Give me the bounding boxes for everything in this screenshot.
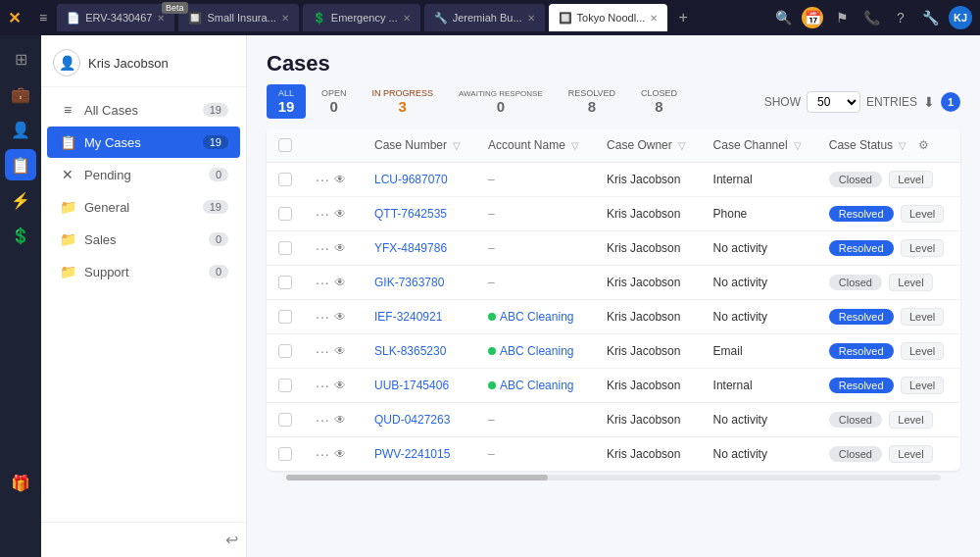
select-all-checkbox[interactable] <box>278 138 292 152</box>
th-case-channel[interactable]: Case Channel ▽ <box>702 128 817 163</box>
row-case-number[interactable]: IEF-3240921 <box>363 300 476 334</box>
row-case-number[interactable]: UUB-1745406 <box>363 369 476 403</box>
account-name-link[interactable]: ABC Cleaning <box>500 310 573 324</box>
level-button[interactable]: Level <box>901 377 944 394</box>
phone-icon[interactable]: 📞 <box>860 7 882 28</box>
row-case-number[interactable]: YFX-4849786 <box>363 231 476 266</box>
menu-icon[interactable]: ≡ <box>39 10 47 25</box>
row-checkbox-6[interactable] <box>278 379 292 392</box>
flag-icon[interactable]: ⚑ <box>831 7 853 28</box>
filter-tab-open[interactable]: OPEN 0 <box>312 84 357 119</box>
tab-small-close[interactable]: ✕ <box>281 13 289 24</box>
filter-tab-closed[interactable]: CLOSED 8 <box>631 84 687 119</box>
table-settings-icon[interactable]: ⚙ <box>918 138 929 152</box>
row-menu-dots[interactable]: ··· <box>316 378 330 393</box>
level-button[interactable]: Level <box>901 308 944 326</box>
view-toggle[interactable]: 1 <box>941 92 960 112</box>
level-button[interactable]: Level <box>889 411 932 429</box>
tab-emergency[interactable]: 💲 Emergency ... ✕ <box>303 4 420 31</box>
row-eye-icon[interactable]: 👁 <box>334 379 346 392</box>
th-case-number[interactable]: Case Number ▽ <box>363 128 476 163</box>
row-case-number[interactable]: LCU-9687070 <box>363 163 476 197</box>
nav-item-my-cases[interactable]: 📋 My Cases 19 <box>47 127 240 158</box>
row-eye-icon[interactable]: 👁 <box>334 310 346 324</box>
nav-item-all-cases[interactable]: ≡ All Cases 19 <box>47 94 240 126</box>
tab-jeremiah-close[interactable]: ✕ <box>527 13 535 24</box>
nav-item-sales[interactable]: 📁 Sales 0 <box>47 224 240 255</box>
filter-tab-all[interactable]: ALL 19 <box>267 84 306 119</box>
tab-erv[interactable]: 📄 ERV-3430467 ✕ <box>57 4 174 31</box>
row-eye-icon[interactable]: 👁 <box>334 241 346 255</box>
row-menu-dots[interactable]: ··· <box>316 412 330 428</box>
add-tab-button[interactable]: + <box>671 6 695 29</box>
level-button[interactable]: Level <box>889 274 932 291</box>
row-menu-dots[interactable]: ··· <box>316 275 330 290</box>
sidebar-icon-lightning[interactable]: ⚡ <box>5 184 36 216</box>
row-case-number[interactable]: QUD-0427263 <box>363 403 476 437</box>
row-case-number[interactable]: SLK-8365230 <box>363 334 476 369</box>
row-menu-dots[interactable]: ··· <box>316 172 330 187</box>
row-checkbox-1[interactable] <box>278 207 292 221</box>
sidebar-icon-dollar[interactable]: 💲 <box>5 220 36 251</box>
row-checkbox-2[interactable] <box>278 241 292 255</box>
avatar[interactable]: KJ <box>949 6 972 29</box>
tab-tokyo-close[interactable]: ✕ <box>650 13 658 24</box>
row-eye-icon[interactable]: 👁 <box>334 447 346 461</box>
sidebar-icon-briefcase[interactable]: 💼 <box>5 78 36 110</box>
tab-erv-close[interactable]: ✕ <box>157 13 165 24</box>
row-menu-dots[interactable]: ··· <box>316 446 330 462</box>
row-checkbox-7[interactable] <box>278 413 292 427</box>
sidebar-icon-cases[interactable]: 📋 <box>5 149 36 180</box>
row-menu-dots[interactable]: ··· <box>316 240 330 256</box>
row-case-number[interactable]: PWV-2241015 <box>363 437 476 472</box>
filter-tab-resolved[interactable]: RESOLVED 8 <box>559 84 625 119</box>
row-checkbox-4[interactable] <box>278 310 292 324</box>
row-checkbox-3[interactable] <box>278 276 292 289</box>
help-icon[interactable]: ? <box>890 7 911 28</box>
row-eye-icon[interactable]: 👁 <box>334 207 346 221</box>
row-check-cell <box>267 266 304 300</box>
tab-tokyo[interactable]: 🔲 Tokyo Noodl... ✕ <box>549 4 668 31</box>
row-case-number[interactable]: QTT-7642535 <box>363 197 476 231</box>
sidebar-icon-gift[interactable]: 🎁 <box>5 467 36 498</box>
account-name-link[interactable]: ABC Cleaning <box>500 344 573 358</box>
nav-item-support[interactable]: 📁 Support 0 <box>47 256 240 287</box>
row-checkbox-8[interactable] <box>278 447 292 461</box>
row-eye-icon[interactable]: 👁 <box>334 276 346 289</box>
show-select[interactable]: 50 25 100 <box>807 91 860 113</box>
th-account-name[interactable]: Account Name ▽ <box>476 128 595 163</box>
row-eye-icon[interactable]: 👁 <box>334 173 346 186</box>
row-case-number[interactable]: GIK-7363780 <box>363 266 476 300</box>
level-button[interactable]: Level <box>901 342 944 360</box>
sidebar-icon-person[interactable]: 👤 <box>5 114 36 145</box>
search-icon[interactable]: 🔍 <box>772 7 794 28</box>
tab-small[interactable]: 🔲 Small Insura... ✕ <box>178 4 298 31</box>
tab-jeremiah[interactable]: 🔧 Jeremiah Bu... ✕ <box>424 4 545 31</box>
level-button[interactable]: Level <box>901 239 944 257</box>
row-checkbox-0[interactable] <box>278 173 292 186</box>
th-case-status[interactable]: Case Status ▽ ⚙ <box>817 128 960 163</box>
tab-emergency-close[interactable]: ✕ <box>403 13 411 24</box>
level-button[interactable]: Level <box>889 445 932 463</box>
filter-tab-awaiting[interactable]: AWAITING RESPONSE 0 <box>449 85 553 119</box>
calendar-icon[interactable]: 📅 <box>802 7 823 28</box>
th-case-owner[interactable]: Case Owner ▽ <box>595 128 702 163</box>
settings-icon[interactable]: 🔧 <box>919 7 941 28</box>
horizontal-scrollbar[interactable] <box>286 475 941 481</box>
back-icon[interactable]: ↩ <box>225 531 238 549</box>
download-icon[interactable]: ⬇ <box>923 94 935 110</box>
nav-item-general[interactable]: 📁 General 19 <box>47 191 240 223</box>
row-eye-icon[interactable]: 👁 <box>334 413 346 427</box>
row-menu-dots[interactable]: ··· <box>316 309 330 325</box>
nav-icon-support: 📁 <box>59 264 76 279</box>
row-menu-dots[interactable]: ··· <box>316 343 330 359</box>
nav-item-pending[interactable]: ✕ Pending 0 <box>47 159 240 190</box>
level-button[interactable]: Level <box>889 171 932 188</box>
account-name-link[interactable]: ABC Cleaning <box>500 379 573 392</box>
row-eye-icon[interactable]: 👁 <box>334 344 346 358</box>
row-menu-dots[interactable]: ··· <box>316 206 330 222</box>
level-button[interactable]: Level <box>901 205 944 223</box>
filter-tab-inprogress[interactable]: IN PROGRESS 3 <box>363 84 444 119</box>
row-checkbox-5[interactable] <box>278 344 292 358</box>
sidebar-icon-grid[interactable]: ⊞ <box>5 43 36 75</box>
